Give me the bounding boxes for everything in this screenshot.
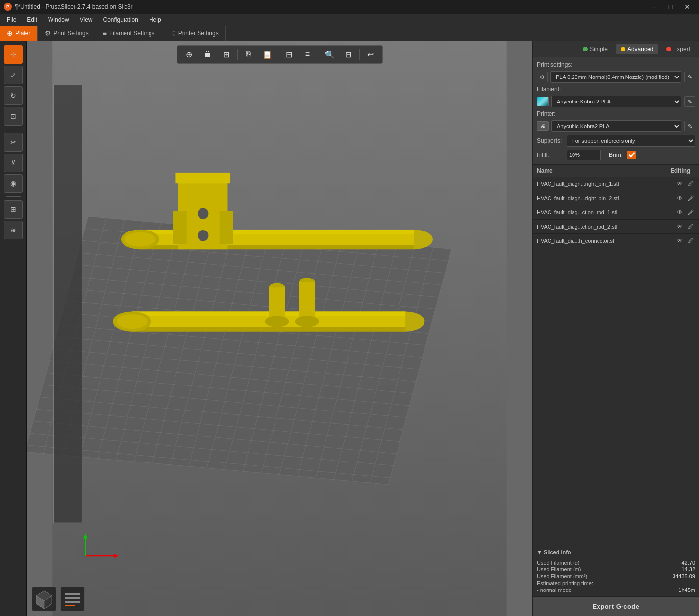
left-toolbar: ⊹ ⤢ ↻ ⊡ ✂ ⊻ ◉ ⊞ ≋: [0, 41, 27, 616]
split-objects-button[interactable]: ⊟: [280, 47, 298, 62]
print-profile-select[interactable]: PLA 0.20mm Normal(0.4mm Nozzle) (modifie…: [550, 71, 681, 83]
menu-item-help[interactable]: Help: [144, 15, 166, 24]
object-edit-3[interactable]: 🖉: [686, 222, 695, 231]
filament-label: Filament:: [537, 86, 564, 93]
tab-icon-filament-settings: ≡: [103, 29, 107, 37]
sliced-value-0: 42.70: [681, 560, 695, 565]
menu-item-edit[interactable]: Edit: [22, 15, 42, 24]
svg-point-66: [265, 316, 289, 327]
svg-rect-83: [65, 605, 75, 606]
place-tool-button[interactable]: ⊡: [4, 107, 23, 126]
object-actions-0: 👁 🖉: [675, 180, 695, 188]
supports-select[interactable]: For support enforcers only: [567, 135, 695, 147]
object-edit-2[interactable]: 🖉: [686, 208, 695, 217]
sliced-value-1: 14.32: [681, 566, 695, 572]
layer-view-button[interactable]: [60, 587, 85, 611]
title-bar: P ¶*Untitled - PrusaSlicer-2.7.4 based o…: [0, 0, 699, 14]
settings-panel: Print settings: ⚙ PLA 0.20mm Normal(0.4m…: [533, 57, 699, 164]
sliced-label-1: Used Filament (m): [537, 566, 581, 572]
3d-viewport[interactable]: [27, 41, 532, 616]
object-name-0: HVAC_fault_diagn...right_pin_1.stl: [537, 181, 675, 187]
simple-mode-button[interactable]: Simple: [578, 44, 613, 54]
printer-settings-edit[interactable]: ✎: [684, 121, 695, 131]
object-visibility-1[interactable]: 👁: [675, 194, 684, 203]
object-actions-2: 👁 🖉: [675, 208, 695, 217]
object-list-item[interactable]: HVAC_fault_diag...ction_rod_2.stl 👁 🖉: [533, 220, 699, 234]
fdm-tool-button[interactable]: ⊞: [4, 200, 23, 219]
toolbar-separator-4: [359, 49, 360, 60]
svg-rect-82: [65, 601, 80, 603]
menu-item-configuration[interactable]: Configuration: [99, 15, 143, 24]
sliced-value-4: 1h45m: [678, 587, 695, 593]
object-name-3: HVAC_fault_diag...ction_rod_2.stl: [537, 224, 675, 230]
object-edit-0[interactable]: 🖉: [686, 180, 695, 188]
svg-rect-81: [65, 597, 80, 599]
arrange-button[interactable]: ⊞: [218, 47, 235, 62]
print-settings-edit[interactable]: ✎: [684, 72, 695, 82]
tab-plater[interactable]: ⊕Plater: [0, 26, 38, 41]
advanced-mode-button[interactable]: Advanced: [616, 44, 658, 54]
printer-profile-select[interactable]: Anycubic Kobra2-PLA: [551, 120, 681, 132]
brim-checkbox[interactable]: [627, 151, 636, 159]
sliced-label-0: Used Filament (g): [537, 560, 579, 565]
filament-color-swatch[interactable]: [537, 97, 549, 106]
object-edit-4[interactable]: 🖉: [686, 236, 695, 245]
scale-tool-button[interactable]: ⤢: [4, 66, 23, 84]
print-settings-icon[interactable]: ⚙: [537, 72, 548, 82]
object-visibility-3[interactable]: 👁: [675, 222, 684, 231]
printer-icon: 🖨: [537, 121, 549, 131]
tab-filament-settings[interactable]: ≡Filament Settings: [96, 26, 162, 41]
svg-point-49: [125, 232, 156, 247]
close-button[interactable]: ✕: [679, 2, 695, 12]
object-edit-1[interactable]: 🖉: [686, 194, 695, 203]
variable-layer-button[interactable]: ≋: [4, 221, 23, 239]
view-controls: [32, 587, 85, 611]
filament-settings-edit[interactable]: ✎: [684, 96, 695, 107]
object-visibility-4[interactable]: 👁: [675, 236, 684, 245]
supports-tool-button[interactable]: ⊻: [4, 154, 23, 172]
expert-dot: [666, 47, 671, 51]
cut-tool-button[interactable]: ✂: [4, 133, 23, 152]
tab-print-settings[interactable]: ⚙Print Settings: [38, 26, 96, 41]
add-object-button[interactable]: ⊕: [180, 47, 198, 62]
tab-icon-printer-settings: 🖨: [169, 29, 176, 37]
tab-printer-settings[interactable]: 🖨Printer Settings: [162, 26, 226, 41]
object-list: Name Editing HVAC_fault_diagn...right_pi…: [533, 164, 699, 546]
rotate-tool-button[interactable]: ↻: [4, 86, 23, 105]
export-gcode-button[interactable]: Export G-code: [533, 596, 699, 616]
object-visibility-0[interactable]: 👁: [675, 180, 684, 188]
object-list-item[interactable]: HVAC_fault_diag...ction_rod_1.stl 👁 🖉: [533, 205, 699, 220]
layers-button[interactable]: ≡: [299, 47, 317, 62]
object-name-4: HVAC_fault_dia...h_connector.stl: [537, 238, 675, 244]
zoom-button[interactable]: 🔍: [321, 47, 339, 62]
object-actions-3: 👁 🖉: [675, 222, 695, 231]
sliced-info-row: Used Filament (g) 42.70: [537, 559, 695, 566]
expert-mode-button[interactable]: Expert: [661, 44, 695, 54]
maximize-button[interactable]: □: [663, 2, 678, 12]
menu-item-view[interactable]: View: [75, 15, 98, 24]
filament-profile-select[interactable]: Anycubic Kobra 2 PLA: [551, 96, 681, 107]
object-list-item[interactable]: HVAC_fault_diagn...right_pin_2.stl 👁 🖉: [533, 191, 699, 205]
toolbar-separator-3: [319, 49, 319, 60]
object-visibility-2[interactable]: 👁: [675, 208, 684, 217]
delete-button[interactable]: 🗑: [199, 47, 217, 62]
object-list-item[interactable]: HVAC_fault_diagn...right_pin_1.stl 👁 🖉: [533, 177, 699, 191]
move-tool-button[interactable]: ⊹: [4, 45, 23, 64]
expert-mode-label: Expert: [673, 46, 690, 52]
minimize-button[interactable]: ─: [646, 2, 662, 12]
3d-view-cube[interactable]: [32, 587, 56, 611]
paste-button[interactable]: 📋: [258, 47, 276, 62]
infill-label: Infill:: [537, 152, 564, 158]
object-list-item[interactable]: HVAC_fault_dia...h_connector.stl 👁 🖉: [533, 234, 699, 248]
svg-rect-59: [220, 211, 233, 244]
menu-item-window[interactable]: Window: [43, 15, 74, 24]
seam-tool-button[interactable]: ◉: [4, 174, 23, 193]
advanced-dot: [621, 47, 625, 51]
fit-view-button[interactable]: ⊟: [340, 47, 357, 62]
menu-item-file[interactable]: File: [2, 15, 21, 24]
col-editing-header: Editing: [666, 167, 695, 174]
undo-button[interactable]: ↩: [362, 47, 379, 62]
infill-brim-row: Infill: Brim:: [537, 150, 695, 160]
copy-button[interactable]: ⎘: [240, 47, 257, 62]
infill-input[interactable]: [567, 150, 601, 160]
